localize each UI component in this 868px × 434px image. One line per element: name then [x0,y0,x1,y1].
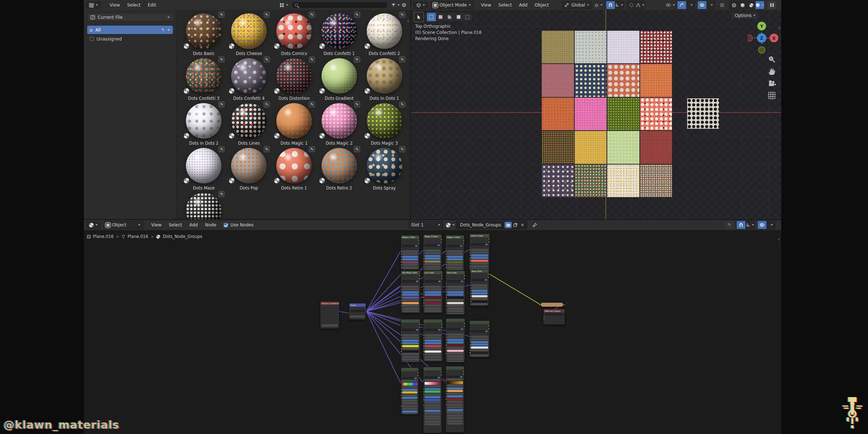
node-row[interactable] [402,294,419,296]
shader-node[interactable]: Material Output [543,309,565,325]
node-row[interactable] [402,413,417,414]
material-tile[interactable] [575,165,607,197]
node-row[interactable] [472,301,488,303]
node-row[interactable] [447,313,464,315]
node-row[interactable] [425,374,441,376]
node-row[interactable] [402,340,419,342]
node-row[interactable] [425,244,441,246]
node-row[interactable] [447,323,464,325]
node-row[interactable] [425,263,441,265]
node-row[interactable] [425,239,441,241]
viewport-canvas[interactable]: Options Top Orthographic (0) Scene Colle… [411,10,781,219]
node-row[interactable] [322,322,338,324]
node-row[interactable] [471,251,488,254]
edit-material-icon[interactable]: ✎ [309,12,315,18]
node-row[interactable] [402,280,419,282]
node-row[interactable] [402,383,417,386]
node-row[interactable] [402,337,419,339]
node-row[interactable] [425,399,441,401]
edit-material-icon[interactable]: ✎ [354,101,360,107]
node-row[interactable] [447,333,464,336]
node-row[interactable] [447,258,463,260]
node-row[interactable] [402,291,419,293]
node-row[interactable] [402,353,419,355]
material-thumbnail[interactable]: ✎ [230,102,268,140]
node-row[interactable] [425,337,441,339]
material-card[interactable]: ✎Dots Magic 2 [316,102,362,147]
gizmo-axis-negx[interactable] [748,35,753,41]
node-row[interactable] [402,288,419,290]
node-header[interactable] [446,366,464,370]
pause-render-button[interactable] [767,1,776,9]
node-row[interactable] [447,358,464,360]
node-row[interactable] [402,402,417,404]
shader-node[interactable]: Magic 3 Dots [446,235,464,271]
material-card[interactable]: ✎Dots In Dots 1 [362,57,407,102]
node-row[interactable] [447,291,464,293]
node-row[interactable] [472,290,488,292]
node-row[interactable] [402,358,419,361]
shader-node[interactable] [446,318,465,362]
node-row[interactable] [425,302,441,304]
menu-select[interactable]: Select [495,3,515,8]
browse-material-dropdown[interactable] [446,221,455,229]
material-tile[interactable] [640,131,672,163]
node-row[interactable] [472,284,488,286]
shader-node[interactable]: Big Magic Dots [401,271,420,313]
node-row[interactable] [402,350,419,353]
node-row[interactable] [425,401,441,404]
material-thumbnail[interactable]: ✎ [230,57,268,95]
node-row[interactable] [402,275,419,277]
node-canvas[interactable]: Plane.016 > ▽ Plane.016 > Dots_Node_Grou… [84,230,781,434]
node-row[interactable] [447,420,463,422]
node-header[interactable]: Magic 2 Dots [424,235,442,238]
edit-material-icon[interactable]: ✎ [264,146,270,152]
node-row[interactable] [471,354,488,357]
editor-type-button[interactable] [413,1,428,9]
node-row[interactable] [471,352,488,354]
node-row[interactable] [447,250,463,252]
material-tile[interactable] [575,131,607,163]
node-row[interactable] [471,238,488,240]
node-row[interactable] [425,326,441,328]
material-card[interactable]: ✎ [181,192,226,219]
node-row[interactable] [447,302,464,304]
edit-material-icon[interactable]: ✎ [218,191,225,197]
node-row[interactable] [447,393,463,395]
catalog-add-icon[interactable]: + [167,27,170,32]
sidebar-toggle-arrow[interactable]: ‹ [407,18,409,24]
node-row[interactable] [425,385,441,387]
pivot-point-dropdown[interactable]: ⊙ [594,1,603,9]
node-row[interactable] [402,397,417,399]
shader-node[interactable]: Magic 2 Dots [423,234,442,271]
material-card[interactable]: ✎Dots Cheese [226,12,272,57]
node-row[interactable] [402,239,418,242]
asset-toggle-button[interactable] [505,222,512,228]
node-row[interactable] [425,423,441,425]
shader-node[interactable]: Magic 1 Dots [401,235,420,270]
node-header[interactable]: Material Output [544,309,565,312]
node-row[interactable] [471,257,488,259]
node-row[interactable] [447,331,464,333]
menu-add[interactable]: Add [515,3,531,8]
node-row[interactable] [471,254,488,256]
node-row[interactable] [402,267,418,269]
node-row[interactable] [425,266,441,268]
node-row[interactable] [425,407,441,409]
node-row[interactable] [425,329,441,331]
node-row[interactable] [425,393,441,396]
node-header[interactable]: Basic Dots [471,269,489,273]
node-row[interactable] [447,253,463,255]
node-row[interactable] [402,348,419,350]
node-row[interactable] [447,404,463,406]
node-row[interactable] [425,371,441,373]
edit-material-icon[interactable]: ✎ [399,101,405,107]
node-header[interactable] [470,321,489,324]
node-row[interactable] [402,405,417,407]
node-row[interactable] [402,250,418,252]
material-card[interactable]: ✎Dots Magic 3 [362,102,407,147]
node-row[interactable] [471,349,488,351]
node-row[interactable] [402,377,417,379]
node-row[interactable] [402,323,419,326]
shader-node[interactable]: Dots In Dots [469,234,490,274]
